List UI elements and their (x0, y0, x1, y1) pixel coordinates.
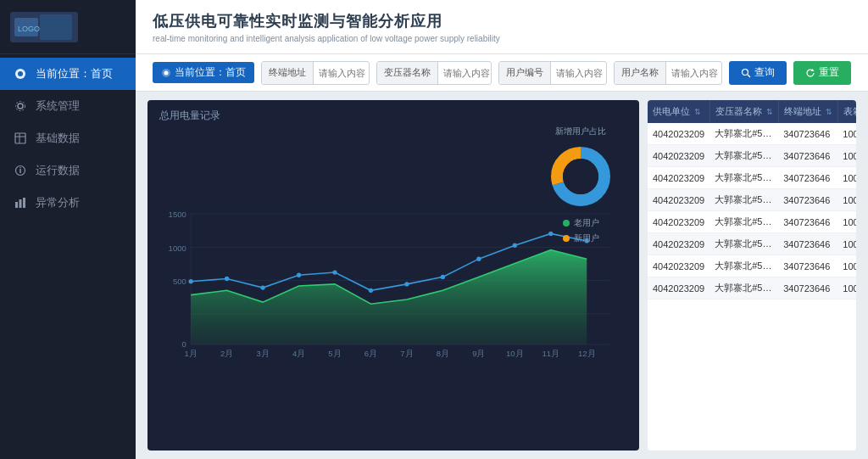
table-cell: 4042023209 (648, 255, 709, 277)
table-row[interactable]: 4042023209大郭寨北#51001柱上变34072364610000000… (648, 255, 856, 277)
sidebar-item-system-label: 系统管理 (36, 98, 80, 114)
svg-text:LOGO: LOGO (18, 25, 40, 33)
table-row[interactable]: 4042023209大郭寨北#51001柱上变34072364610000000… (648, 189, 856, 211)
data-table: 供电单位 ⇅ 变压器名称 ⇅ 终端地址 ⇅ 表箱ID ⇅ 电能表ID ⇅ 用户编… (648, 100, 856, 299)
table-cell: 10000000016097582 (837, 145, 856, 167)
svg-point-37 (369, 288, 373, 293)
old-users-dot (563, 220, 570, 227)
svg-text:500: 500 (173, 277, 186, 286)
table-row[interactable]: 4042023209大郭寨北#51001柱上变34072364610000000… (648, 211, 856, 233)
reset-button[interactable]: 重置 (793, 61, 851, 85)
table-cell: 340723646 (778, 167, 837, 189)
col-transformer[interactable]: 变压器名称 ⇅ (709, 100, 778, 123)
donut-chart (547, 143, 615, 210)
sort-icon: ⇅ (766, 108, 773, 116)
info-icon (14, 164, 27, 177)
table-row[interactable]: 4042023209大郭寨北#51001柱上变34072364610000000… (648, 233, 856, 255)
new-users-dot (563, 235, 570, 242)
terminal-address-label: 终端地址 (262, 62, 314, 84)
col-terminal[interactable]: 终端地址 ⇅ (778, 100, 837, 123)
sidebar-item-base[interactable]: 基础数据 (0, 122, 136, 154)
sidebar-item-system[interactable]: 系统管理 (0, 90, 136, 122)
search-icon (741, 68, 751, 78)
old-users-label: 老用户 (574, 217, 599, 229)
svg-point-35 (297, 273, 301, 277)
new-users-label: 新用户 (574, 232, 599, 244)
user-id-label: 用户编号 (499, 62, 551, 84)
table-cell: 10000000016097582 (837, 189, 856, 211)
sidebar-item-home[interactable]: 当前位置：首页 (0, 58, 136, 90)
table-cell: 340723646 (778, 233, 837, 255)
table-cell: 大郭寨北#51001柱上变 (709, 123, 778, 145)
user-id-field[interactable]: 用户编号 ▼ (498, 61, 607, 85)
col-supply-unit[interactable]: 供电单位 ⇅ (648, 100, 709, 123)
table-cell: 4042023209 (648, 167, 709, 189)
svg-text:9月: 9月 (472, 349, 485, 358)
sidebar: LOGO 当前位置：首页 (0, 0, 136, 459)
table-cell: 340723646 (778, 145, 837, 167)
sidebar-item-home-label: 当前位置：首页 (36, 66, 113, 81)
query-button-label: 查询 (754, 65, 775, 80)
svg-point-36 (332, 270, 337, 274)
table-cell: 大郭寨北#51001柱上变 (709, 145, 778, 167)
table-cell: 4042023209 (648, 123, 709, 145)
table-cell: 大郭寨北#51001柱上变 (709, 189, 778, 211)
table-cell: 340723646 (778, 277, 837, 299)
breadcrumb: 当前位置：首页 (153, 62, 254, 83)
transformer-name-input[interactable] (438, 68, 492, 78)
svg-text:1500: 1500 (169, 210, 186, 219)
svg-marker-31 (191, 250, 587, 344)
table-cell: 340723646 (778, 123, 837, 145)
table-cell: 大郭寨北#51001柱上变 (709, 255, 778, 277)
svg-text:8月: 8月 (437, 349, 449, 358)
table-row[interactable]: 4042023209大郭寨北#51001柱上变34072364610000000… (648, 145, 856, 167)
content-area: 总用电量记录 (136, 92, 868, 459)
svg-rect-13 (15, 202, 18, 208)
sort-icon: ⇅ (694, 108, 701, 116)
chart-icon (14, 196, 27, 210)
header: 低压供电可靠性实时监测与智能分析应用 real-time monitoring … (136, 0, 868, 54)
reset-button-label: 重置 (819, 65, 839, 80)
svg-text:5月: 5月 (328, 349, 341, 358)
sidebar-item-anomaly[interactable]: 异常分析 (0, 187, 136, 219)
svg-point-18 (743, 69, 748, 75)
user-name-field[interactable]: 用户名称 ▼ (614, 61, 722, 85)
chart-panel: 总用电量记录 (147, 100, 639, 451)
svg-text:1000: 1000 (169, 243, 186, 253)
transformer-name-field[interactable]: 变压器名称 ▼ (376, 61, 492, 85)
svg-text:12月: 12月 (578, 349, 596, 358)
logo-image: LOGO (10, 12, 78, 42)
col-box-id[interactable]: 表箱ID ⇅ (837, 100, 856, 123)
terminal-address-input[interactable] (314, 68, 370, 78)
svg-point-17 (164, 70, 169, 75)
user-name-input[interactable] (666, 68, 722, 78)
table-panel: 供电单位 ⇅ 变压器名称 ⇅ 终端地址 ⇅ 表箱ID ⇅ 电能表ID ⇅ 用户编… (648, 100, 856, 451)
svg-point-34 (260, 285, 264, 289)
user-id-input[interactable] (551, 68, 607, 78)
svg-text:6月: 6月 (364, 349, 377, 358)
table-cell: 10000000016097582 (837, 167, 856, 189)
table-cell: 大郭寨北#51001柱上变 (709, 277, 778, 299)
svg-point-40 (476, 257, 481, 261)
table-row[interactable]: 4042023209大郭寨北#51001柱上变34072364610000000… (648, 167, 856, 189)
donut-legend: 老用户 新用户 (563, 217, 599, 244)
table-row[interactable]: 4042023209大郭寨北#51001柱上变34072364610000000… (648, 277, 856, 299)
main-content: 低压供电可靠性实时监测与智能分析应用 real-time monitoring … (136, 0, 868, 459)
table-cell: 4042023209 (648, 145, 709, 167)
terminal-address-field[interactable]: 终端地址 ▼ (261, 61, 370, 85)
table-row[interactable]: 4042023209大郭寨北#51001柱上变34072364610000000… (648, 123, 856, 145)
table-body: 4042023209大郭寨北#51001柱上变34072364610000000… (648, 123, 856, 299)
table-cell: 4042023209 (648, 211, 709, 233)
query-button[interactable]: 查询 (729, 61, 787, 85)
sidebar-logo: LOGO (0, 0, 136, 54)
svg-text:11月: 11月 (542, 349, 559, 358)
svg-rect-1 (40, 14, 72, 40)
svg-line-19 (748, 75, 750, 77)
sort-icon: ⇅ (826, 108, 832, 116)
legend-old-users: 老用户 (563, 217, 599, 229)
donut-panel: 新增用户占比 老用户 (534, 126, 627, 244)
svg-point-58 (563, 159, 598, 194)
sidebar-item-run[interactable]: 运行数据 (0, 154, 136, 187)
svg-text:4月: 4月 (292, 349, 305, 358)
transformer-name-label: 变压器名称 (377, 62, 438, 84)
